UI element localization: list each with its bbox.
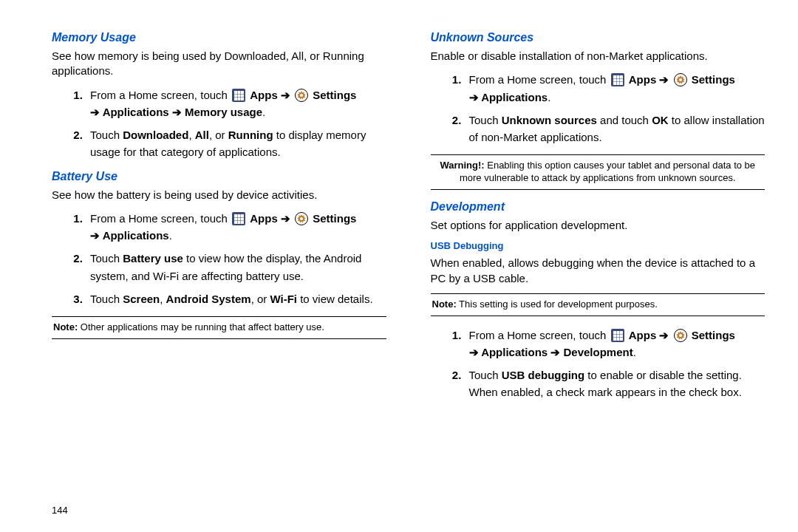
t: Wi-Fi	[270, 293, 297, 305]
svg-rect-25	[613, 75, 616, 78]
apps-icon	[611, 329, 624, 342]
unknown-warning: Warning!: Enabling this option causes yo…	[431, 154, 765, 190]
svg-rect-31	[613, 82, 616, 85]
page-number: 144	[52, 505, 68, 516]
svg-rect-32	[616, 82, 619, 85]
period: .	[633, 346, 636, 358]
path-tail: ➔ Applications	[469, 91, 548, 103]
t: Android System	[166, 293, 251, 305]
t: Touch	[90, 252, 123, 265]
heading-memory-usage: Memory Usage	[52, 31, 386, 44]
note-text: Other applications may be running that a…	[81, 321, 324, 332]
t: Touch	[90, 293, 123, 305]
settings-label: Settings	[313, 212, 356, 225]
t: ,	[160, 293, 166, 305]
note-prefix: Note:	[53, 321, 78, 332]
settings-icon	[674, 329, 687, 342]
battery-note: Note: Other applications may be running …	[52, 316, 386, 339]
svg-rect-40	[613, 334, 616, 337]
step-text: From a Home screen, touch	[90, 89, 228, 101]
unknown-intro: Enable or disable installation of non-Ma…	[431, 49, 765, 64]
svg-rect-30	[620, 79, 623, 82]
svg-rect-16	[234, 217, 237, 220]
svg-point-47	[679, 334, 682, 337]
svg-rect-44	[616, 338, 619, 341]
t: and touch	[597, 114, 652, 126]
svg-rect-21	[241, 221, 244, 224]
battery-intro: See how the battery is being used by dev…	[52, 188, 386, 202]
settings-icon	[674, 73, 687, 86]
apps-icon	[611, 73, 624, 86]
svg-rect-9	[241, 98, 244, 100]
t: Touch	[90, 129, 123, 141]
dev-steps: From a Home screen, touch Apps ➔ Setting…	[431, 327, 765, 401]
heading-battery-use: Battery Use	[52, 170, 386, 183]
settings-icon	[295, 212, 308, 225]
svg-rect-1	[234, 91, 237, 94]
path-tail: ➔ Applications	[90, 229, 169, 242]
t: Screen	[123, 293, 160, 305]
note-prefix: Note:	[432, 299, 457, 310]
path-tail: ➔ Applications ➔ Development	[469, 346, 633, 358]
arrow-icon: ➔	[659, 73, 669, 86]
t: ,	[188, 129, 194, 141]
svg-rect-5	[238, 94, 241, 97]
svg-point-11	[300, 94, 303, 97]
dev-note: Note: This setting is used for developme…	[431, 293, 765, 316]
svg-rect-29	[616, 79, 619, 82]
step-text: From a Home screen, touch	[469, 73, 607, 86]
period: .	[548, 91, 550, 103]
svg-rect-43	[613, 338, 616, 341]
apps-label: Apps	[250, 212, 278, 225]
warn-text: Enabling this option causes your tablet …	[460, 160, 755, 183]
svg-rect-27	[620, 75, 623, 78]
apps-label: Apps	[250, 89, 278, 101]
t: Downloaded	[123, 129, 188, 141]
t: Touch	[469, 114, 502, 126]
arrow-icon: ➔	[659, 329, 669, 341]
t: , or	[209, 129, 228, 141]
svg-rect-26	[616, 75, 619, 78]
t: , or	[251, 293, 270, 305]
warn-prefix: Warning!:	[440, 160, 484, 171]
svg-rect-19	[234, 221, 237, 224]
battery-step-1: From a Home screen, touch Apps ➔ Setting…	[86, 210, 386, 245]
subheading-usb-debugging: USB Debugging	[431, 240, 765, 251]
t: to view details.	[297, 293, 373, 305]
dev-step-1: From a Home screen, touch Apps ➔ Setting…	[465, 327, 765, 361]
step-text: From a Home screen, touch	[90, 212, 228, 225]
svg-rect-7	[234, 98, 237, 100]
svg-rect-2	[238, 91, 241, 94]
usb-desc: When enabled, allows debugging when the …	[431, 256, 765, 286]
unknown-step-2: Touch Unknown sources and touch OK to al…	[465, 112, 765, 146]
t: Battery use	[123, 252, 183, 265]
unknown-steps: From a Home screen, touch Apps ➔ Setting…	[431, 71, 765, 146]
svg-rect-39	[620, 331, 623, 334]
svg-rect-28	[613, 79, 616, 82]
battery-step-2: Touch Battery use to view how the displa…	[86, 250, 386, 284]
t: All	[195, 129, 209, 141]
t: USB debugging	[502, 369, 585, 381]
apps-icon	[232, 89, 245, 102]
arrow-icon: ➔	[281, 89, 290, 101]
svg-rect-3	[241, 91, 244, 94]
apps-label: Apps	[629, 73, 657, 86]
svg-rect-13	[234, 214, 237, 217]
battery-steps: From a Home screen, touch Apps ➔ Setting…	[52, 210, 386, 307]
memory-intro: See how memory is being used by Download…	[52, 49, 386, 79]
apps-label: Apps	[629, 329, 657, 341]
svg-rect-33	[620, 82, 623, 85]
settings-icon	[295, 89, 308, 102]
note-text: This setting is used for development pur…	[459, 299, 658, 310]
svg-rect-38	[616, 331, 619, 334]
settings-label: Settings	[313, 89, 356, 101]
t: Running	[228, 129, 273, 141]
memory-step-1: From a Home screen, touch Apps ➔ Setting…	[86, 86, 386, 121]
right-column: Unknown Sources Enable or disable instal…	[431, 28, 765, 410]
battery-step-3: Touch Screen, Android System, or Wi-Fi t…	[86, 290, 386, 307]
memory-steps: From a Home screen, touch Apps ➔ Setting…	[52, 86, 386, 161]
svg-rect-14	[238, 214, 241, 217]
apps-icon	[232, 212, 245, 225]
settings-label: Settings	[692, 329, 735, 341]
page: Memory Usage See how memory is being use…	[0, 0, 798, 425]
